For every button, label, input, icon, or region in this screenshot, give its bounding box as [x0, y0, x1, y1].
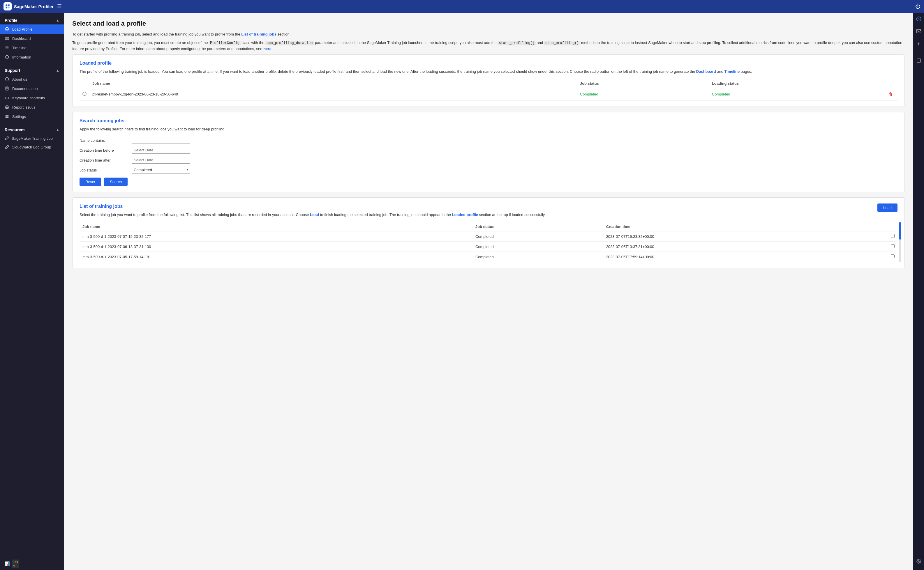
- chevron-up-icon-resources: ▲: [56, 128, 60, 132]
- creation-time-before-row: Creation time before: [80, 147, 898, 154]
- search-button[interactable]: Search: [104, 178, 127, 186]
- job-status-select-wrapper: All Completed InProgress Failed Stopped: [132, 167, 190, 173]
- svg-rect-1: [8, 5, 9, 6]
- row-loading-status: Completed: [709, 88, 884, 100]
- job-radio-button[interactable]: [83, 92, 86, 96]
- jobs-col-name-header: Job name: [80, 222, 473, 231]
- sidebar-item-cloudwatch[interactable]: CloudWatch Log Group: [0, 142, 64, 152]
- profiler-config-code: ProfilerConfig: [209, 41, 241, 45]
- add-icon[interactable]: +: [915, 39, 922, 49]
- intro-paragraph-1: To get started with profiling a training…: [72, 31, 905, 38]
- row-radio-cell: [80, 88, 89, 100]
- job-checkbox-cell: [888, 242, 898, 252]
- row-job-name: pt-resnet-smppy-1xg4dn-2023-06-23-18-20-…: [89, 88, 577, 100]
- jobs-table-container: Job name Job status Creation time mm-3-5…: [80, 222, 898, 262]
- link-icon-sagemaker: [5, 136, 9, 141]
- cpu-profiling-code: cpu_profiling_duration: [266, 41, 314, 45]
- loaded-profile-link-desc[interactable]: Loaded profile: [452, 213, 478, 217]
- jobs-col-time-header: Creation time: [603, 222, 888, 231]
- load-link-desc[interactable]: Load: [310, 213, 319, 217]
- sidebar-item-settings[interactable]: Settings: [0, 112, 64, 121]
- sidebar-item-information[interactable]: Information: [0, 52, 64, 62]
- job-checkbox[interactable]: [891, 254, 895, 258]
- delete-button[interactable]: 🗑: [886, 91, 895, 98]
- topbar: SageMaker Profiler ☰ ⏻: [0, 0, 924, 13]
- col-radio: [80, 79, 89, 88]
- search-card: Search training jobs Apply the following…: [72, 112, 905, 192]
- sidebar-item-documentation[interactable]: Documentation: [0, 84, 64, 93]
- page-title: Select and load a profile: [72, 20, 905, 28]
- notification-icon[interactable]: [915, 15, 923, 25]
- name-contains-label: Name contains: [80, 138, 132, 142]
- stop-profiling-code: stop_profiling(): [544, 41, 580, 45]
- job-status-cell: Completed: [473, 252, 603, 262]
- here-link[interactable]: here: [263, 47, 271, 51]
- training-jobs-card: List of training jobs Load Select the tr…: [72, 198, 905, 268]
- power-icon[interactable]: ⏻: [915, 3, 921, 9]
- sidebar-item-dashboard[interactable]: Dashboard: [0, 34, 64, 43]
- list-item: mm-3-500-d-1-2023-07-05-17-59-14-181 Com…: [80, 252, 898, 262]
- sidebar-item-keyboard-shortcuts[interactable]: Keyboard shortcuts: [0, 93, 64, 103]
- svg-rect-10: [7, 37, 8, 38]
- documentation-icon: [5, 86, 9, 91]
- keyboard-icon: [5, 95, 9, 100]
- main-content: Select and load a profile To get started…: [64, 13, 913, 570]
- job-status-row: Job status All Completed InProgress Fail…: [80, 167, 898, 173]
- svg-rect-12: [7, 39, 8, 40]
- name-contains-input[interactable]: [132, 137, 190, 144]
- window-icon[interactable]: [915, 57, 923, 66]
- support-section-header: Support ▲: [0, 66, 64, 75]
- svg-rect-26: [5, 97, 9, 99]
- svg-rect-6: [917, 59, 921, 62]
- svg-rect-9: [6, 37, 7, 38]
- outlook-icon[interactable]: [915, 27, 923, 37]
- job-checkbox[interactable]: [891, 234, 895, 238]
- start-profiling-code: start_profiling(): [497, 41, 536, 45]
- svg-rect-11: [6, 39, 7, 40]
- reset-button[interactable]: Reset: [80, 178, 101, 186]
- row-delete-cell: 🗑: [884, 88, 898, 100]
- app-logo: SageMaker Profiler: [3, 2, 54, 11]
- table-header-row: Job name Job status Loading status: [80, 79, 898, 88]
- col-action-header: [884, 79, 898, 88]
- creation-time-after-label: Creation time after: [80, 158, 132, 162]
- sidebar-item-report-issues[interactable]: Report issuus: [0, 103, 64, 112]
- name-contains-row: Name contains: [80, 137, 898, 144]
- search-description: Apply the following search filters to fi…: [80, 126, 898, 132]
- scroll-thumb[interactable]: [899, 222, 901, 240]
- db-badge[interactable]: DB0: [12, 559, 19, 568]
- sidebar-item-load-profile[interactable]: Load Profile: [0, 25, 64, 34]
- resources-section-header: Resources ▲: [0, 126, 64, 134]
- gear-icon[interactable]: [915, 557, 923, 567]
- profile-section-header: Profile ▲: [0, 16, 64, 25]
- job-checkbox[interactable]: [891, 244, 895, 248]
- list-of-training-jobs-link[interactable]: List of training jobs: [241, 32, 276, 37]
- col-job-name-header: Job name: [89, 79, 577, 88]
- right-panel: +: [913, 0, 924, 570]
- sidebar-item-about-us[interactable]: About us: [0, 75, 64, 84]
- job-status-cell: Completed: [473, 231, 603, 242]
- creation-time-before-input[interactable]: [132, 147, 190, 154]
- chevron-up-icon-support: ▲: [56, 68, 60, 72]
- timeline-link-desc[interactable]: Timeline: [724, 69, 740, 74]
- svg-point-27: [6, 107, 8, 108]
- row-job-status: Completed: [577, 88, 709, 100]
- job-name-cell: mm-3-500-d-1-2023-07-07-15-23-32-177: [80, 231, 473, 242]
- menu-icon[interactable]: ☰: [57, 3, 62, 9]
- dashboard-link-desc[interactable]: Dashboard: [696, 69, 716, 74]
- profile-section: Profile ▲ Load Profile Dashboard: [0, 13, 64, 63]
- load-button[interactable]: Load: [877, 204, 898, 212]
- job-name-cell: mm-3-500-d-1-2023-07-06-13-37-31-130: [80, 242, 473, 252]
- chart-icon[interactable]: 📊: [5, 561, 9, 566]
- job-status-select[interactable]: All Completed InProgress Failed Stopped: [132, 167, 190, 173]
- jobs-col-status-header: Job status: [473, 222, 603, 231]
- sidebar-item-sagemaker-job[interactable]: SageMaker Training Job: [0, 134, 64, 142]
- list-item: mm-3-500-d-1-2023-07-07-15-23-32-177 Com…: [80, 231, 898, 242]
- sidebar-bottom: 📊 DB0: [0, 557, 64, 570]
- creation-time-after-input[interactable]: [132, 156, 190, 164]
- sidebar-item-timeline[interactable]: Timeline: [0, 43, 64, 52]
- load-profile-icon: [5, 27, 9, 31]
- col-job-status-header: Job status: [577, 79, 709, 88]
- loaded-profile-title: Loaded profile: [80, 61, 898, 66]
- job-status-cell: Completed: [473, 242, 603, 252]
